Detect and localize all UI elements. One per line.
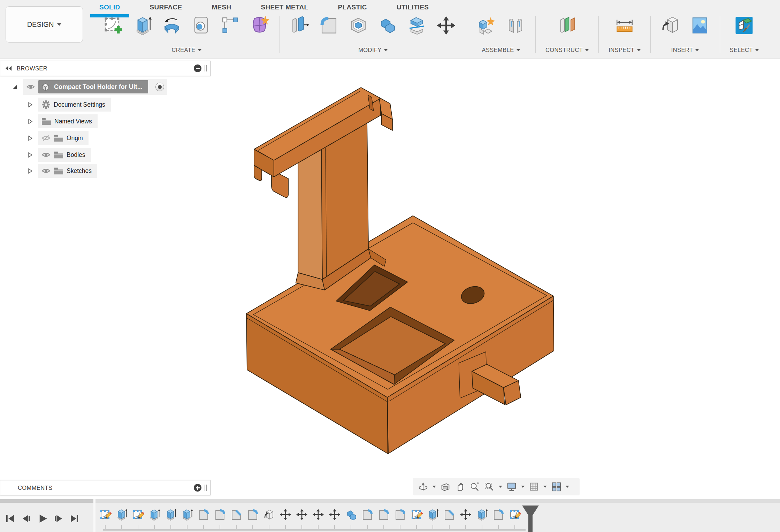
insert-mesh-button[interactable] [660,15,681,43]
shell-button[interactable] [348,15,368,43]
design-menu-button[interactable]: DESIGN [6,6,83,43]
expand-arrow-icon[interactable] [27,102,33,108]
timeline-feature-sketch[interactable] [506,507,523,530]
modify-group-dropdown[interactable]: MODIFY [358,47,388,53]
extrude-button[interactable] [132,15,153,43]
browser-item-document-settings[interactable]: Document Settings [27,98,111,112]
go-to-start-button[interactable] [5,513,16,524]
tab-sheet-metal[interactable]: SHEET METAL [261,3,308,11]
expand-arrow-icon[interactable] [27,152,33,158]
insert-group-dropdown[interactable]: INSERT [671,47,699,53]
canvas-button[interactable] [690,15,710,43]
construction-plane-button[interactable] [557,15,577,43]
go-to-end-button[interactable] [69,513,80,524]
play-button[interactable] [37,513,48,524]
viewports-button[interactable] [551,481,561,492]
browser-item-origin[interactable]: Origin [27,131,89,145]
move-copy-button[interactable] [436,15,456,43]
step-back-button[interactable] [21,513,32,524]
collapse-all-icon[interactable] [194,64,201,72]
joint-button[interactable] [505,15,526,43]
expand-collapse-icon[interactable] [12,84,18,90]
assemble-group-dropdown[interactable]: ASSEMBLE [482,47,520,53]
split-body-button[interactable] [407,15,427,43]
timeline-feature-fillet[interactable] [212,507,228,530]
display-settings-dropdown-arrow[interactable] [521,486,525,488]
timeline-feature-chamfer[interactable] [441,507,457,530]
measure-button[interactable] [614,15,635,43]
timeline-feature-fillet[interactable] [359,507,375,530]
rectangular-pattern-button[interactable] [220,15,240,43]
timeline-feature-fillet[interactable] [375,507,392,530]
visibility-eye-icon[interactable] [41,167,51,174]
timeline-feature-extrude[interactable] [146,507,162,530]
timeline-feature-chamfer[interactable] [228,507,244,530]
tab-surface[interactable]: SURFACE [150,3,182,11]
component-activate-radio[interactable] [155,83,164,91]
grid-dropdown-arrow[interactable] [543,486,547,488]
create-group-dropdown[interactable]: CREATE [171,47,201,53]
visibility-eye-icon[interactable] [26,84,35,90]
grid-and-snaps-button[interactable] [529,481,539,492]
panel-grip-handle[interactable] [205,485,207,491]
timeline-feature-extrude[interactable] [179,507,195,530]
root-selected-block[interactable]: Compact Tool Holder for Ult... [38,80,148,93]
create-sketch-button[interactable] [103,15,123,43]
expand-arrow-icon[interactable] [27,119,33,124]
revolve-button[interactable] [162,15,182,43]
timeline-feature-fillet[interactable] [490,507,506,530]
timeline-feature-sketch[interactable] [97,507,113,530]
look-at-button[interactable] [440,481,451,492]
timeline-feature-move[interactable] [277,507,293,530]
timeline-feature-fillet[interactable] [195,507,212,530]
window-zoom-dropdown-arrow[interactable] [499,486,502,488]
select-button[interactable] [734,15,754,43]
hole-button[interactable] [191,15,211,43]
window-zoom-button[interactable] [484,481,495,492]
browser-item-bodies[interactable]: Bodies [27,148,91,162]
browser-root-row[interactable]: Compact Tool Holder for Ult... [12,79,167,95]
model-body[interactable] [216,73,579,464]
pan-button[interactable] [455,481,465,492]
select-group-dropdown[interactable]: SELECT [730,47,759,53]
timeline-feature-extrude[interactable] [162,507,179,530]
press-pull-button[interactable] [290,15,310,43]
orbit-dropdown-arrow[interactable] [433,486,436,488]
timeline-feature-sketch[interactable] [408,507,425,530]
fillet-button[interactable] [319,15,339,43]
create-form-button[interactable] [250,15,270,43]
expand-arrow-icon[interactable] [27,135,33,141]
timeline-feature-move[interactable] [457,507,474,530]
step-forward-button[interactable] [53,513,64,524]
combine-button[interactable] [377,15,398,43]
display-settings-button[interactable] [506,481,517,492]
timeline-feature-sketch[interactable] [130,507,146,530]
zoom-button[interactable] [469,481,480,492]
tab-solid[interactable]: SOLID [99,3,120,11]
panel-grip-handle[interactable] [205,65,207,71]
visibility-off-icon[interactable] [41,135,51,142]
timeline-feature-paste[interactable] [261,507,277,530]
expand-arrow-icon[interactable] [27,168,33,174]
viewports-dropdown-arrow[interactable] [566,486,569,488]
orbit-button[interactable] [418,481,428,492]
timeline-feature-move[interactable] [310,507,326,530]
construct-group-dropdown[interactable]: CONSTRUCT [545,47,589,53]
inspect-group-dropdown[interactable]: INSPECT [609,47,640,53]
collapse-panel-icon[interactable] [5,66,12,71]
tab-plastic[interactable]: PLASTIC [338,3,367,11]
new-component-button[interactable] [476,15,496,43]
timeline-playhead[interactable] [521,506,540,532]
browser-item-named-views[interactable]: Named Views [27,114,98,128]
timeline-feature-fillet[interactable] [244,507,261,530]
add-comment-icon[interactable] [194,484,201,492]
timeline-feature-extrude[interactable] [425,507,441,530]
tab-mesh[interactable]: MESH [212,3,231,11]
timeline-feature-move[interactable] [326,507,343,530]
visibility-eye-icon[interactable] [41,151,51,158]
timeline-feature-extrude[interactable] [474,507,490,530]
timeline-feature-combine[interactable] [343,507,359,530]
tab-utilities[interactable]: UTILITIES [397,3,429,11]
comments-panel-header[interactable]: COMMENTS [0,480,211,495]
browser-item-sketches[interactable]: Sketches [27,164,97,178]
